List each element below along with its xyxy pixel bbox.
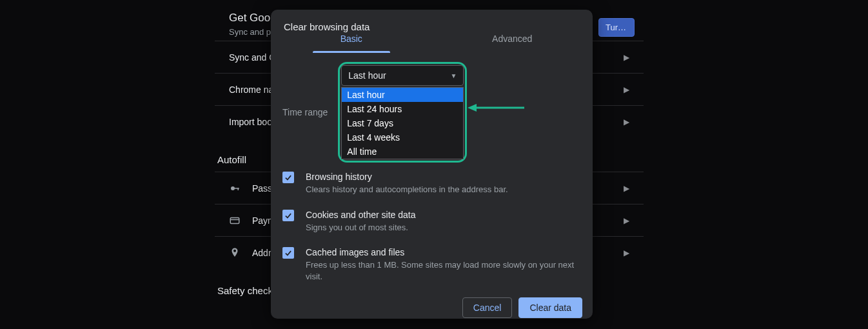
location-icon: [229, 247, 241, 259]
checkbox-checked-icon[interactable]: [282, 247, 294, 259]
chevron-right-icon: ▶: [624, 85, 629, 94]
option-all-time[interactable]: All time: [342, 145, 463, 159]
credit-card-icon: [229, 215, 241, 226]
svg-point-0: [231, 186, 235, 190]
chevron-right-icon: ▶: [624, 248, 629, 257]
dialog-title: Clear browsing data: [271, 10, 593, 34]
svg-rect-2: [238, 188, 239, 190]
cancel-button[interactable]: Cancel: [462, 297, 513, 318]
key-icon: [229, 183, 241, 194]
option-last-hour[interactable]: Last hour: [342, 88, 463, 102]
svg-rect-3: [230, 217, 239, 223]
clear-data-button[interactable]: Clear data: [518, 297, 582, 318]
checkbox-checked-icon[interactable]: [282, 172, 294, 183]
option-last-24-hours[interactable]: Last 24 hours: [342, 102, 463, 116]
chevron-right-icon: ▶: [624, 53, 629, 62]
chevron-right-icon: ▶: [624, 184, 629, 193]
turn-on-sync-button[interactable]: Turn on sync…: [598, 18, 635, 37]
tabs: Basic Advanced: [271, 34, 593, 53]
option-last-7-days[interactable]: Last 7 days: [342, 116, 463, 130]
time-range-label: Time range: [282, 107, 328, 117]
tab-advanced[interactable]: Advanced: [432, 34, 593, 53]
chevron-right-icon: ▶: [624, 216, 629, 225]
check-browsing-history[interactable]: Browsing history Clears history and auto…: [282, 165, 581, 203]
option-last-4-weeks[interactable]: Last 4 weeks: [342, 130, 463, 145]
annotation-highlight-box: Last hour ▼ Last hour Last 24 hours Last…: [338, 62, 467, 163]
chevron-down-icon: ▼: [450, 72, 457, 79]
check-cached[interactable]: Cached images and files Frees up less th…: [282, 241, 581, 290]
time-range-value: Last hour: [348, 70, 386, 81]
tab-basic[interactable]: Basic: [271, 34, 432, 53]
chevron-right-icon: ▶: [624, 117, 629, 126]
clear-browsing-data-dialog: Clear browsing data Basic Advanced Time …: [271, 10, 593, 319]
time-range-select[interactable]: Last hour ▼: [341, 65, 464, 86]
check-cookies[interactable]: Cookies and other site data Signs you ou…: [282, 203, 581, 241]
time-range-dropdown: Last hour Last 24 hours Last 7 days Last…: [341, 87, 464, 159]
checkbox-checked-icon[interactable]: [282, 210, 294, 221]
